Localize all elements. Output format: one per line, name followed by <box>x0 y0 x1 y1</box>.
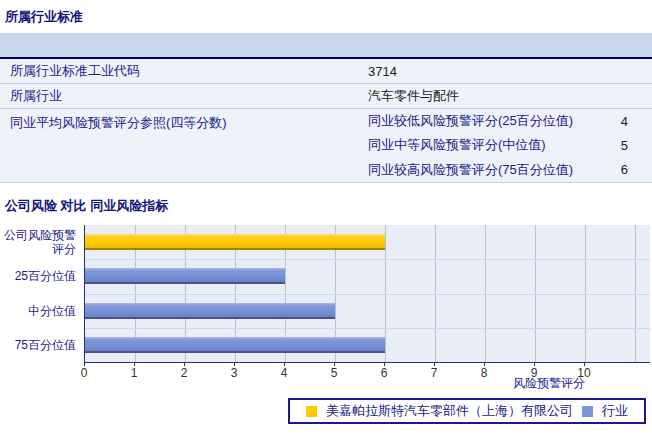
peer-score-subrows: 同业较低风险预警评分(25百分位值) 4 同业中等风险预警评分(中位值) 5 同… <box>365 109 652 182</box>
x-tick-label: 7 <box>431 366 438 380</box>
plot-area <box>84 225 650 363</box>
peer-score-row: 同业较低风险预警评分(25百分位值) 4 <box>365 109 652 133</box>
table-header-band <box>0 33 652 59</box>
category-separator <box>85 328 650 329</box>
industry-legend-swatch-icon <box>582 406 593 417</box>
industry-standard-section-title: 所属行业标准 <box>5 8 83 26</box>
row-value: 汽车零件与配件 <box>365 87 652 105</box>
x-axis-title: 风险预警评分 <box>513 375 585 392</box>
x-tick-mark <box>534 362 535 366</box>
peer-score-row: 同业较高风险预警评分(75百分位值) 6 <box>365 158 652 182</box>
peer-score-label: 同业较高风险预警评分(75百分位值) <box>368 161 573 179</box>
x-tick-mark <box>384 362 385 366</box>
peer-score-label: 同业较低风险预警评分(25百分位值) <box>368 112 573 130</box>
x-tick-label: 6 <box>381 366 388 380</box>
x-tick-mark <box>584 362 585 366</box>
category-label: 中分位值 <box>0 304 80 318</box>
x-tick-label: 4 <box>281 366 288 380</box>
x-tick-mark <box>134 362 135 366</box>
x-tick-mark <box>284 362 285 366</box>
comparison-section-title: 公司风险 对比 同业风险指标 <box>5 197 168 215</box>
category-separator <box>85 294 650 295</box>
x-tick-label: 5 <box>331 366 338 380</box>
peer-score-value: 6 <box>621 162 628 177</box>
company-legend-swatch-icon <box>306 406 317 417</box>
x-tick-mark <box>234 362 235 366</box>
row-value: 3714 <box>365 64 652 79</box>
company-legend-label: 美嘉帕拉斯特汽车零部件（上海）有限公司 <box>326 402 573 420</box>
row-label: 所属行业 <box>0 87 365 105</box>
risk-report-page: 所属行业标准 所属行业标准工业代码 3714 所属行业 汽车零件与配件 同业平均… <box>0 0 652 440</box>
row-label: 所属行业标准工业代码 <box>0 62 365 80</box>
industry-bar <box>85 337 385 353</box>
category-label: 75百分位值 <box>0 338 80 352</box>
table-row: 所属行业标准工业代码 3714 <box>0 59 652 84</box>
industry-standard-table: 所属行业标准工业代码 3714 所属行业 汽车零件与配件 同业平均风险预警评分参… <box>0 33 652 183</box>
x-tick-mark <box>84 362 85 366</box>
peer-score-label: 同业中等风险预警评分(中位值) <box>368 136 546 154</box>
x-tick-label: 2 <box>181 366 188 380</box>
industry-legend-label: 行业 <box>602 402 628 420</box>
x-tick-label: 1 <box>131 366 138 380</box>
category-separator <box>85 259 650 260</box>
category-label: 公司风险预警评分 <box>0 228 80 256</box>
x-tick-mark <box>484 362 485 366</box>
x-tick-label: 3 <box>231 366 238 380</box>
row-label: 同业平均风险预警评分参照(四等分数) <box>0 109 365 182</box>
peer-score-value: 5 <box>621 138 628 153</box>
x-tick-mark <box>434 362 435 366</box>
industry-bar <box>85 268 285 284</box>
industry-bar <box>85 303 335 319</box>
x-tick-mark <box>184 362 185 366</box>
table-row: 同业平均风险预警评分参照(四等分数) 同业较低风险预警评分(25百分位值) 4 … <box>0 109 652 183</box>
peer-score-value: 4 <box>621 114 628 129</box>
x-tick-mark <box>334 362 335 366</box>
company-bar <box>85 234 385 250</box>
peer-score-row: 同业中等风险预警评分(中位值) 5 <box>365 133 652 157</box>
x-tick-label: 8 <box>481 366 488 380</box>
x-tick-label: 0 <box>81 366 88 380</box>
chart-legend: 美嘉帕拉斯特汽车零部件（上海）有限公司 行业 <box>288 398 646 424</box>
table-row: 所属行业 汽车零件与配件 <box>0 84 652 109</box>
category-label: 25百分位值 <box>0 269 80 283</box>
